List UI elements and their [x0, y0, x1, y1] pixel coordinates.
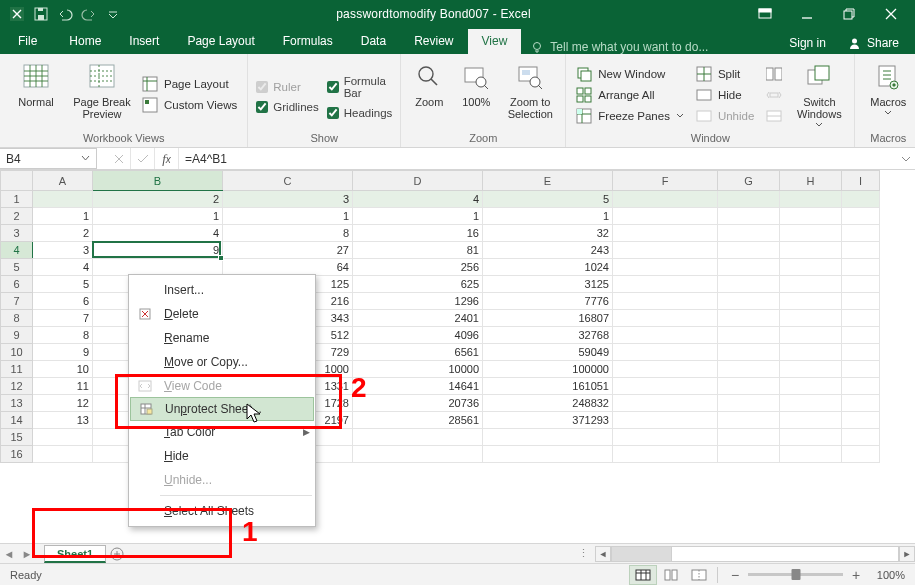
gridlines-checkbox[interactable]: Gridlines — [256, 101, 318, 113]
sign-in-link[interactable]: Sign in — [779, 32, 836, 54]
cell-I9[interactable] — [842, 327, 880, 344]
tab-nav-next[interactable]: ► — [18, 548, 36, 560]
tab-review[interactable]: Review — [400, 29, 467, 54]
menu-insert[interactable]: Insert... — [130, 278, 314, 302]
cell-D10[interactable]: 6561 — [353, 344, 483, 361]
cell-E12[interactable]: 161051 — [483, 378, 613, 395]
cell-E8[interactable]: 16807 — [483, 310, 613, 327]
cell-H11[interactable] — [780, 361, 842, 378]
view-side-by-side-button[interactable] — [764, 65, 784, 83]
cell-A4[interactable]: 3 — [33, 242, 93, 259]
cell-I5[interactable] — [842, 259, 880, 276]
cell-C4[interactable]: 27 — [223, 242, 353, 259]
zoom-slider[interactable]: − + — [728, 568, 863, 582]
cell-D14[interactable]: 28561 — [353, 412, 483, 429]
row-header-7[interactable]: 7 — [1, 293, 33, 310]
cell-D12[interactable]: 14641 — [353, 378, 483, 395]
cell-D7[interactable]: 1296 — [353, 293, 483, 310]
cell-F8[interactable] — [613, 310, 718, 327]
cell-G9[interactable] — [718, 327, 780, 344]
col-header-F[interactable]: F — [613, 171, 718, 191]
ribbon-display-options[interactable] — [745, 0, 785, 28]
cell-F4[interactable] — [613, 242, 718, 259]
tab-insert[interactable]: Insert — [115, 29, 173, 54]
cell-H10[interactable] — [780, 344, 842, 361]
cell-F2[interactable] — [613, 208, 718, 225]
col-header-E[interactable]: E — [483, 171, 613, 191]
cell-E10[interactable]: 59049 — [483, 344, 613, 361]
cell-G5[interactable] — [718, 259, 780, 276]
cell-H1[interactable] — [780, 191, 842, 208]
cell-A2[interactable]: 1 — [33, 208, 93, 225]
scroll-left-button[interactable]: ◄ — [595, 546, 611, 562]
expand-formula-bar-button[interactable] — [897, 154, 915, 164]
undo-icon[interactable] — [56, 5, 74, 23]
cell-E2[interactable]: 1 — [483, 208, 613, 225]
tab-nav-prev[interactable]: ◄ — [0, 548, 18, 560]
row-header-12[interactable]: 12 — [1, 378, 33, 395]
zoom-in-button[interactable]: + — [849, 568, 863, 582]
cell-D11[interactable]: 10000 — [353, 361, 483, 378]
cell-E1[interactable]: 5 — [483, 191, 613, 208]
tab-file[interactable]: File — [0, 29, 55, 54]
cell-B2[interactable]: 1 — [93, 208, 223, 225]
col-header-I[interactable]: I — [842, 171, 880, 191]
cell-B3[interactable]: 4 — [93, 225, 223, 242]
formula-input[interactable]: =A4^B1 — [179, 148, 897, 169]
cell-F6[interactable] — [613, 276, 718, 293]
cell-I11[interactable] — [842, 361, 880, 378]
custom-views-button[interactable]: Custom Views — [140, 96, 239, 114]
cell-D2[interactable]: 1 — [353, 208, 483, 225]
cell-A13[interactable]: 12 — [33, 395, 93, 412]
cell-H7[interactable] — [780, 293, 842, 310]
cell-H16[interactable] — [780, 446, 842, 463]
cell-A14[interactable]: 13 — [33, 412, 93, 429]
menu-rename[interactable]: Rename — [130, 326, 314, 350]
view-normal-button[interactable] — [629, 565, 657, 585]
cell-F14[interactable] — [613, 412, 718, 429]
share-button[interactable]: Share — [838, 32, 909, 54]
cell-I14[interactable] — [842, 412, 880, 429]
cell-F12[interactable] — [613, 378, 718, 395]
cell-I7[interactable] — [842, 293, 880, 310]
row-header-1[interactable]: 1 — [1, 191, 33, 208]
headings-checkbox[interactable]: Headings — [327, 107, 393, 119]
new-window-button[interactable]: New Window — [574, 65, 686, 83]
row-header-11[interactable]: 11 — [1, 361, 33, 378]
tab-formulas[interactable]: Formulas — [269, 29, 347, 54]
view-page-layout-button[interactable] — [657, 565, 685, 585]
cell-C2[interactable]: 1 — [223, 208, 353, 225]
cell-A1[interactable] — [33, 191, 93, 208]
cell-E13[interactable]: 248832 — [483, 395, 613, 412]
tab-data[interactable]: Data — [347, 29, 400, 54]
zoom-100-button[interactable]: 100% — [455, 58, 497, 131]
row-header-10[interactable]: 10 — [1, 344, 33, 361]
cell-D1[interactable]: 4 — [353, 191, 483, 208]
arrange-all-button[interactable]: Arrange All — [574, 86, 686, 104]
cell-H6[interactable] — [780, 276, 842, 293]
cell-D9[interactable]: 4096 — [353, 327, 483, 344]
horizontal-scrollbar[interactable]: ◄ ► — [595, 546, 915, 562]
cell-I13[interactable] — [842, 395, 880, 412]
cell-A10[interactable]: 9 — [33, 344, 93, 361]
cell-A15[interactable] — [33, 429, 93, 446]
cell-A11[interactable]: 10 — [33, 361, 93, 378]
cell-B5[interactable] — [93, 259, 223, 276]
menu-move-or-copy[interactable]: Move or Copy... — [130, 350, 314, 374]
cell-E15[interactable] — [483, 429, 613, 446]
cell-F13[interactable] — [613, 395, 718, 412]
cell-D13[interactable]: 20736 — [353, 395, 483, 412]
col-header-C[interactable]: C — [223, 171, 353, 191]
cell-F7[interactable] — [613, 293, 718, 310]
tab-page-layout[interactable]: Page Layout — [173, 29, 268, 54]
cell-H13[interactable] — [780, 395, 842, 412]
cell-C1[interactable]: 3 — [223, 191, 353, 208]
cell-G1[interactable] — [718, 191, 780, 208]
cell-I4[interactable] — [842, 242, 880, 259]
fill-handle[interactable] — [218, 255, 224, 261]
row-header-6[interactable]: 6 — [1, 276, 33, 293]
save-icon[interactable] — [32, 5, 50, 23]
hide-button[interactable]: Hide — [694, 86, 756, 104]
cell-A6[interactable]: 5 — [33, 276, 93, 293]
cell-G3[interactable] — [718, 225, 780, 242]
